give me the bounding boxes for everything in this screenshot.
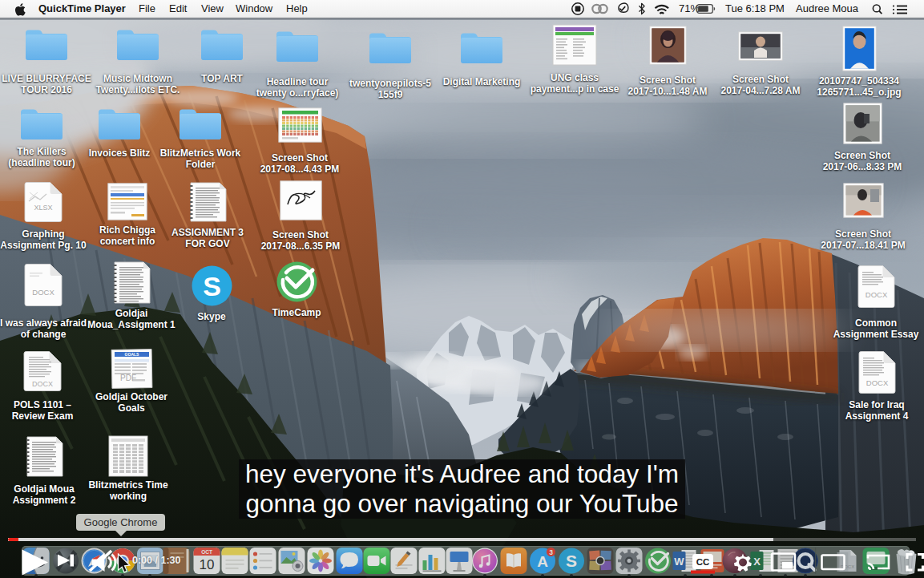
svg-text:XLSX: XLSX bbox=[34, 204, 52, 212]
svg-text:DOCX: DOCX bbox=[32, 288, 54, 297]
svg-text:DOCX: DOCX bbox=[32, 380, 53, 388]
svg-text:DOCX: DOCX bbox=[865, 378, 888, 387]
svg-text:PDF: PDF bbox=[120, 374, 136, 382]
svg-text:DOCX: DOCX bbox=[865, 290, 887, 299]
svg-text:GOALS: GOALS bbox=[124, 352, 139, 357]
svg-text:S: S bbox=[203, 271, 221, 301]
svg-text:CC: CC bbox=[696, 557, 710, 567]
